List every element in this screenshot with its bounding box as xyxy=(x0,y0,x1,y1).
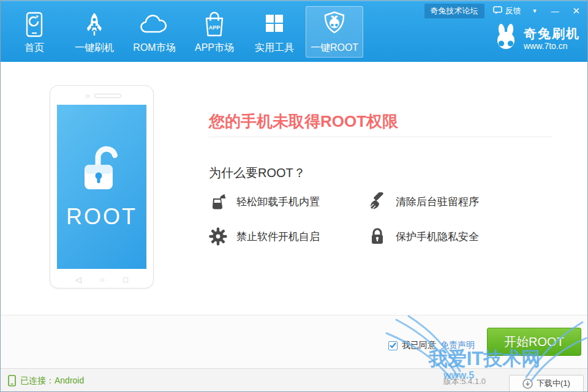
feature-label: 轻松卸载手机内置 xyxy=(236,195,320,209)
close-button[interactable]: ✕ xyxy=(570,6,582,17)
app-bag-icon: APP xyxy=(201,9,228,41)
lock-icon xyxy=(368,227,386,246)
tab-root[interactable]: 一键ROOT xyxy=(306,6,363,58)
logo-url: www.7to.cn xyxy=(524,41,580,51)
download-icon xyxy=(522,379,533,389)
feature-uninstall: 轻松卸载手机内置 xyxy=(209,192,368,211)
forum-link[interactable]: 奇兔技术论坛 xyxy=(424,4,484,18)
feature-label: 禁止软件开机自启 xyxy=(236,230,320,244)
rabbit-logo-icon xyxy=(493,23,519,54)
feature-autostart: 禁止软件开机自启 xyxy=(209,227,368,246)
tab-rom-market-label: ROM市场 xyxy=(133,41,175,55)
feature-clean: 清除后台驻留程序 xyxy=(368,192,527,211)
tools-grid-icon xyxy=(262,9,287,41)
tab-home-label: 首页 xyxy=(24,41,44,55)
agree-checkbox[interactable] xyxy=(388,341,398,350)
home-refresh-icon xyxy=(24,9,45,41)
brush-icon xyxy=(368,192,386,211)
download-button[interactable]: 下载中(1) xyxy=(509,375,584,392)
phone-root-text: ROOT xyxy=(66,204,137,230)
phone-screen: ROOT xyxy=(57,105,146,269)
uninstall-icon xyxy=(209,192,227,211)
app-window: 首页 一键刷机 xyxy=(0,0,588,392)
disclaimer-link[interactable]: 免责声明 xyxy=(440,340,475,351)
tab-tools-label: 实用工具 xyxy=(255,41,294,55)
title-divider xyxy=(209,137,552,137)
tab-home[interactable]: 首页 xyxy=(6,6,63,58)
rocket-icon xyxy=(82,9,107,41)
tab-rom-market[interactable]: ROM市场 xyxy=(126,6,183,58)
status-bar: 已连接：Android 版本:5.4.1.0 下载中(1) xyxy=(1,368,587,392)
header: 首页 一键刷机 xyxy=(1,1,587,62)
tab-flash[interactable]: 一键刷机 xyxy=(66,6,123,58)
why-root-heading: 为什么要ROOT？ xyxy=(209,165,306,181)
page-title: 您的手机未取得ROOT权限 xyxy=(209,111,398,132)
version-label: 版本:5.4.1.0 xyxy=(443,376,486,387)
feedback-label: 反馈 xyxy=(505,6,521,17)
shield-rabbit-icon xyxy=(321,9,348,41)
download-label: 下载中(1) xyxy=(537,378,570,389)
action-bar: 我已同意免责声明 开始ROOT xyxy=(1,315,587,368)
app-bag-text: APP xyxy=(209,24,221,31)
phone-camera-dot xyxy=(86,94,89,98)
tab-app-market-label: APP市场 xyxy=(195,41,234,55)
feedback-button[interactable]: 反馈 xyxy=(493,6,521,17)
feature-label: 清除后台驻留程序 xyxy=(396,195,479,209)
logo-name: 奇兔刷机 xyxy=(524,26,580,41)
tab-root-label: 一键ROOT xyxy=(311,41,358,55)
feature-privacy: 保护手机隐私安全 xyxy=(368,227,527,246)
cloud-icon xyxy=(138,9,170,41)
app-logo: 奇兔刷机 www.7to.cn xyxy=(493,23,580,54)
gear-icon xyxy=(209,227,227,246)
topbar: 奇兔技术论坛 反馈 ▼ — ✕ xyxy=(424,4,583,18)
speech-bubble-icon xyxy=(493,6,502,17)
tab-flash-label: 一键刷机 xyxy=(75,41,114,55)
android-home-icon: ○ xyxy=(100,275,105,284)
minimize-button[interactable]: — xyxy=(548,7,561,16)
feature-label: 保护手机隐私安全 xyxy=(396,230,479,244)
chevron-down-icon[interactable]: ▼ xyxy=(530,8,540,14)
connection-label: 已连接：Android xyxy=(20,375,84,386)
main-content: ROOT ◁ ○ □ 您的手机未取得ROOT权限 为什么要ROOT？ xyxy=(1,62,587,315)
android-back-icon: ◁ xyxy=(75,275,81,284)
checkmark-icon xyxy=(390,342,396,349)
tab-app-market[interactable]: APP APP市场 xyxy=(186,6,243,58)
unlocked-padlock-icon xyxy=(75,144,129,193)
agree-row: 我已同意免责声明 xyxy=(388,340,475,351)
start-root-button[interactable]: 开始ROOT xyxy=(487,328,581,356)
phone-illustration: ROOT ◁ ○ □ xyxy=(50,85,154,288)
main-nav: 首页 一键刷机 xyxy=(6,6,363,58)
phone-speaker xyxy=(94,94,121,98)
connection-status: 已连接：Android xyxy=(8,369,84,392)
feature-list: 轻松卸载手机内置 清除后台驻留程序 xyxy=(209,192,527,246)
tab-tools[interactable]: 实用工具 xyxy=(246,6,303,58)
android-recent-icon: □ xyxy=(123,275,128,284)
agree-label: 我已同意 xyxy=(402,340,436,351)
phone-connected-icon xyxy=(8,375,16,386)
